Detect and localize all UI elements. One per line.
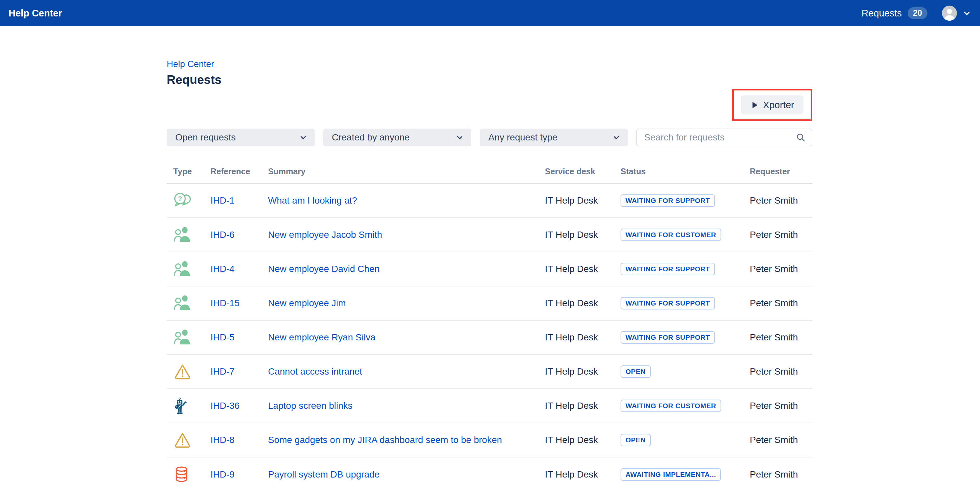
xporter-row: Xporter (167, 89, 812, 121)
page-title: Requests (167, 73, 812, 87)
status-badge: WAITING FOR SUPPORT (620, 194, 715, 207)
new-employee-icon (173, 226, 192, 244)
request-summary-link[interactable]: New employee Jacob Smith (268, 229, 382, 240)
warning-triangle-icon (173, 363, 192, 380)
search-icon (796, 132, 806, 142)
requester-text: Peter Smith (750, 332, 812, 343)
new-employee-icon (173, 260, 192, 278)
request-summary-link[interactable]: New employee Jim (268, 298, 346, 308)
requester-text: Peter Smith (750, 469, 812, 480)
request-summary-link[interactable]: Payroll system DB upgrade (268, 469, 380, 479)
search-box (636, 129, 812, 146)
chevron-down-icon (455, 133, 464, 142)
table-row: IHD-9 Payroll system DB upgrade IT Help … (167, 457, 812, 492)
request-summary-link[interactable]: Cannot access intranet (268, 366, 362, 377)
requester-text: Peter Smith (750, 195, 812, 206)
chevron-down-icon (299, 133, 307, 142)
request-type-cell (167, 396, 210, 416)
request-reference-link[interactable]: IHD-36 (210, 401, 240, 411)
topbar-nav: Requests 20 (862, 6, 972, 21)
requester-text: Peter Smith (750, 298, 812, 309)
request-reference-link[interactable]: IHD-5 (210, 332, 234, 342)
service-desk-text: IT Help Desk (545, 435, 620, 445)
table-row: IHD-8 Some gadgets on my JIRA dashboard … (167, 423, 812, 457)
xporter-button[interactable]: Xporter (741, 96, 803, 115)
request-reference-link[interactable]: IHD-8 (210, 435, 234, 445)
column-header-status: Status (620, 167, 750, 176)
new-employee-icon (173, 295, 192, 312)
status-badge: WAITING FOR CUSTOMER (620, 400, 721, 412)
service-desk-text: IT Help Desk (545, 366, 620, 377)
nav-requests-link[interactable]: Requests 20 (862, 7, 928, 19)
status-badge: OPEN (620, 365, 651, 378)
svg-text:?: ? (178, 195, 182, 202)
service-desk-text: IT Help Desk (545, 195, 620, 206)
main-content: Help Center Requests Xporter Open reques… (167, 26, 812, 492)
table-row: IHD-36 Laptop screen blinks IT Help Desk… (167, 389, 812, 423)
requester-text: Peter Smith (750, 229, 812, 240)
request-reference-link[interactable]: IHD-9 (210, 469, 234, 479)
request-summary-link[interactable]: New employee Ryan Silva (268, 332, 375, 342)
column-header-reference: Reference (210, 167, 268, 176)
request-type-filter-dropdown[interactable]: Any request type (480, 129, 628, 146)
status-badge: OPEN (620, 434, 651, 446)
xporter-highlight-box: Xporter (732, 89, 812, 121)
status-badge: WAITING FOR SUPPORT (620, 263, 715, 275)
request-type-cell (167, 465, 210, 484)
request-reference-link[interactable]: IHD-7 (210, 366, 234, 377)
requests-table-body: ? IHD-1 What am I looking at? IT Help De… (167, 184, 812, 492)
request-type-cell (167, 431, 210, 449)
service-desk-text: IT Help Desk (545, 229, 620, 240)
table-row: ? IHD-1 What am I looking at? IT Help De… (167, 184, 812, 218)
status-filter-value: Open requests (175, 132, 236, 143)
request-reference-link[interactable]: IHD-1 (210, 195, 234, 205)
column-header-requester: Requester (750, 167, 812, 176)
request-summary-link[interactable]: Some gadgets on my JIRA dashboard seem t… (268, 435, 502, 445)
service-desk-text: IT Help Desk (545, 469, 620, 480)
creator-filter-dropdown[interactable]: Created by anyone (323, 129, 471, 146)
requester-text: Peter Smith (750, 366, 812, 377)
table-row: IHD-6 New employee Jacob Smith IT Help D… (167, 218, 812, 252)
status-badge: WAITING FOR SUPPORT (620, 331, 715, 344)
question-bubbles-icon: ? (173, 192, 193, 209)
request-reference-link[interactable]: IHD-15 (210, 298, 240, 308)
request-type-filter-value: Any request type (488, 132, 557, 143)
xporter-button-label: Xporter (763, 100, 794, 110)
play-icon (750, 100, 759, 110)
breadcrumb-help-center-link[interactable]: Help Center (167, 59, 214, 69)
profile-chevron-down-icon[interactable] (962, 8, 972, 18)
brand-title[interactable]: Help Center (8, 8, 62, 19)
status-badge: WAITING FOR SUPPORT (620, 297, 715, 309)
request-reference-link[interactable]: IHD-6 (210, 229, 234, 240)
requester-text: Peter Smith (750, 435, 812, 445)
nav-requests-label: Requests (862, 8, 902, 19)
requester-text: Peter Smith (750, 264, 812, 274)
status-badge: WAITING FOR CUSTOMER (620, 229, 721, 241)
request-summary-link[interactable]: Laptop screen blinks (268, 401, 353, 411)
topbar: Help Center Requests 20 (0, 0, 980, 26)
table-header-row: Type Reference Summary Service desk Stat… (167, 146, 812, 184)
service-desk-text: IT Help Desk (545, 332, 620, 343)
database-icon (173, 465, 190, 484)
request-type-cell (167, 363, 210, 380)
request-type-cell (167, 260, 210, 278)
table-row: IHD-7 Cannot access intranet IT Help Des… (167, 355, 812, 389)
service-desk-text: IT Help Desk (545, 264, 620, 274)
request-type-cell (167, 226, 210, 244)
column-header-summary: Summary (268, 167, 545, 176)
request-summary-link[interactable]: What am I looking at? (268, 195, 357, 205)
request-type-cell (167, 295, 210, 312)
column-header-service-desk: Service desk (545, 167, 620, 176)
user-avatar[interactable] (942, 6, 957, 21)
request-summary-link[interactable]: New employee David Chen (268, 264, 380, 274)
warning-triangle-icon (173, 431, 192, 449)
requests-count-badge: 20 (908, 7, 928, 19)
request-reference-link[interactable]: IHD-4 (210, 264, 234, 274)
creator-filter-value: Created by anyone (332, 132, 410, 143)
status-filter-dropdown[interactable]: Open requests (167, 129, 315, 146)
requests-table: Type Reference Summary Service desk Stat… (167, 146, 812, 492)
table-row: IHD-4 New employee David Chen IT Help De… (167, 252, 812, 287)
search-input[interactable] (644, 132, 796, 143)
request-type-cell (167, 328, 210, 346)
service-desk-text: IT Help Desk (545, 401, 620, 411)
